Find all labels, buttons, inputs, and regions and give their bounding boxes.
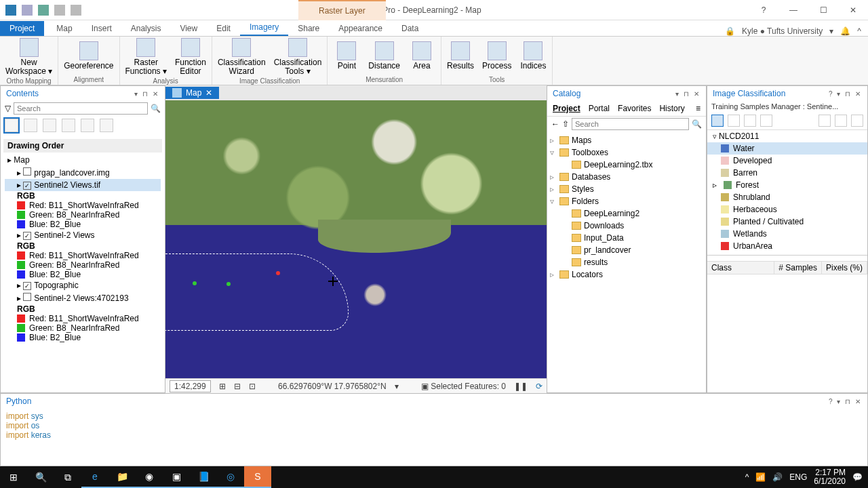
class-herbaceous[interactable]: Herbaceous	[707, 203, 867, 216]
open-schema-icon[interactable]	[818, 115, 831, 127]
status-tool-2[interactable]: ⊟	[234, 382, 241, 391]
ic-panel-controls[interactable]: ? ▾ ⊓ ✕	[829, 90, 862, 98]
map-tab[interactable]: Map ✕	[165, 87, 219, 99]
draw-rectangle-tool[interactable]	[711, 115, 724, 127]
filter-icon[interactable]: ▽	[5, 104, 11, 113]
pause-icon[interactable]: ❚❚	[514, 382, 528, 391]
close-map-tab-icon[interactable]: ✕	[205, 88, 212, 98]
tab-view[interactable]: View	[170, 21, 207, 36]
save-schema-icon[interactable]	[851, 115, 863, 127]
tab-analysis[interactable]: Analysis	[121, 21, 171, 36]
taskbar-app2[interactable]: ◎	[217, 466, 244, 488]
catalog-toolboxes[interactable]: ▿Toolboxes	[550, 146, 703, 159]
ribbon-results[interactable]: Results	[447, 41, 474, 70]
folder-icon[interactable]	[835, 115, 847, 127]
notifications-icon[interactable]: 🔔	[840, 26, 850, 36]
user-dropdown-icon[interactable]: ▾	[829, 26, 833, 36]
catalog-styles[interactable]: ▹Styles	[550, 183, 703, 195]
python-console[interactable]: import sysimport osimport keras	[1, 409, 867, 443]
qa-undo-icon[interactable]	[54, 5, 65, 16]
taskbar-app1[interactable]: 📘	[190, 466, 217, 488]
catalog-search-icon[interactable]: 🔍	[692, 119, 702, 129]
ribbon-new[interactable]: NewWorkspace ▾	[5, 38, 52, 76]
tab-imagery[interactable]: Imagery	[240, 20, 288, 36]
catalog-tab-portal[interactable]: Portal	[589, 104, 610, 113]
start-button[interactable]: ⊞	[0, 466, 27, 488]
catalog-results[interactable]: results	[550, 256, 703, 268]
catalog-tab-history[interactable]: History	[659, 104, 684, 113]
catalog-databases[interactable]: ▹Databases	[550, 171, 703, 183]
taskbar-app3[interactable]: S	[244, 466, 271, 488]
layer-topographic[interactable]: ▸ ✓Topographic	[5, 279, 161, 291]
draw-freehand-tool[interactable]	[760, 115, 772, 127]
taskbar-terminal[interactable]: ▣	[163, 466, 190, 488]
map-canvas[interactable]	[165, 100, 547, 378]
taskbar-edge[interactable]: e	[81, 466, 108, 488]
list-by-selection[interactable]	[43, 119, 56, 132]
list-by-snapping[interactable]	[81, 119, 94, 132]
class-wetlands[interactable]: Wetlands	[707, 228, 867, 240]
layer-map[interactable]: ▸ Map	[5, 154, 161, 166]
tab-share[interactable]: Share	[288, 21, 329, 36]
taskbar-chrome[interactable]: ◉	[136, 466, 163, 488]
catalog-search-input[interactable]	[572, 118, 689, 130]
layer-sentinel-2-views-4702193[interactable]: ▸ Sentinel-2 Views:4702193	[5, 291, 161, 304]
tray-lang[interactable]: ENG	[789, 472, 807, 482]
panel-controls[interactable]: ▾ ⊓ ✕	[134, 90, 159, 98]
tab-project[interactable]: Project	[0, 21, 44, 36]
layer-sentinel2-views-tif[interactable]: ▸ ✓Sentinel2 Views.tif	[5, 179, 161, 191]
context-tab-raster[interactable]: Raster Layer	[298, 0, 386, 20]
catalog-maps[interactable]: ▹Maps	[550, 134, 703, 146]
catalog-folders[interactable]: ▿Folders	[550, 195, 703, 207]
contents-search-input[interactable]	[14, 102, 148, 115]
catalog-input-data[interactable]: Input_Data	[550, 232, 703, 244]
help-button[interactable]: ?	[749, 0, 778, 20]
list-by-editing[interactable]	[62, 119, 75, 132]
class-planted-cultivated[interactable]: Planted / Cultivated	[707, 216, 867, 228]
tray-notifications-icon[interactable]: 💬	[852, 472, 863, 482]
taskbar-explorer[interactable]: 📁	[108, 466, 136, 488]
list-by-drawing-order[interactable]	[5, 119, 18, 132]
list-by-labeling[interactable]	[100, 119, 113, 132]
ribbon-point[interactable]: Point	[333, 41, 360, 70]
ribbon-raster[interactable]: RasterFunctions ▾	[125, 38, 167, 76]
catalog-tab-favorites[interactable]: Favorites	[618, 104, 651, 113]
schema-root[interactable]: ▿ NLCD2011	[707, 130, 867, 142]
catalog-menu-icon[interactable]: ≡	[696, 104, 701, 113]
ribbon-indices[interactable]: Indices	[519, 41, 547, 70]
qa-save-icon[interactable]	[38, 5, 49, 16]
tab-edit[interactable]: Edit	[207, 21, 240, 36]
class-shrubland[interactable]: Shrubland	[707, 191, 867, 203]
catalog-locators[interactable]: ▹Locators	[550, 268, 703, 281]
draw-circle-tool[interactable]	[728, 115, 740, 127]
catalog-deeplearning2-tbx[interactable]: DeepLearning2.tbx	[550, 159, 703, 171]
class-developed[interactable]: Developed	[707, 155, 867, 167]
status-tool-3[interactable]: ⊡	[249, 382, 256, 391]
tray-up-icon[interactable]: ^	[745, 472, 749, 482]
layer-sentinel-2-views[interactable]: ▸ ✓Sentinel-2 Views	[5, 229, 161, 241]
tab-insert[interactable]: Insert	[82, 21, 121, 36]
tray-sound-icon[interactable]: 🔊	[772, 472, 783, 482]
catalog-deeplearning2[interactable]: DeepLearning2	[550, 207, 703, 220]
ribbon-process[interactable]: Process	[482, 41, 511, 70]
taskbar-search[interactable]: 🔍	[27, 466, 54, 488]
class-urbanarea[interactable]: UrbanArea	[707, 240, 867, 252]
collapse-ribbon-icon[interactable]: ^	[857, 26, 861, 36]
tab-data[interactable]: Data	[392, 21, 428, 36]
ribbon-georeference[interactable]: Georeference	[64, 41, 113, 70]
qa-open-icon[interactable]	[22, 5, 33, 16]
layer-prgap-landcover-img[interactable]: ▸ prgap_landcover.img	[5, 166, 161, 179]
tab-map[interactable]: Map	[47, 21, 81, 36]
status-tool-1[interactable]: ⊞	[219, 382, 226, 391]
up-icon[interactable]: ⇧	[562, 119, 569, 129]
coords-dd-icon[interactable]: ▾	[395, 382, 399, 391]
ribbon-area[interactable]: Area	[408, 41, 435, 70]
refresh-icon[interactable]: ⟳	[536, 382, 542, 391]
class-forest[interactable]: ▹Forest	[707, 179, 867, 191]
list-by-source[interactable]	[24, 119, 37, 132]
ribbon-classification[interactable]: ClassificationTools ▾	[274, 38, 322, 76]
tab-appearance[interactable]: Appearance	[329, 21, 392, 36]
python-panel-controls[interactable]: ? ▾ ⊓ ✕	[829, 398, 862, 405]
catalog-tab-project[interactable]: Project	[553, 104, 580, 113]
draw-polygon-tool[interactable]	[744, 115, 756, 127]
